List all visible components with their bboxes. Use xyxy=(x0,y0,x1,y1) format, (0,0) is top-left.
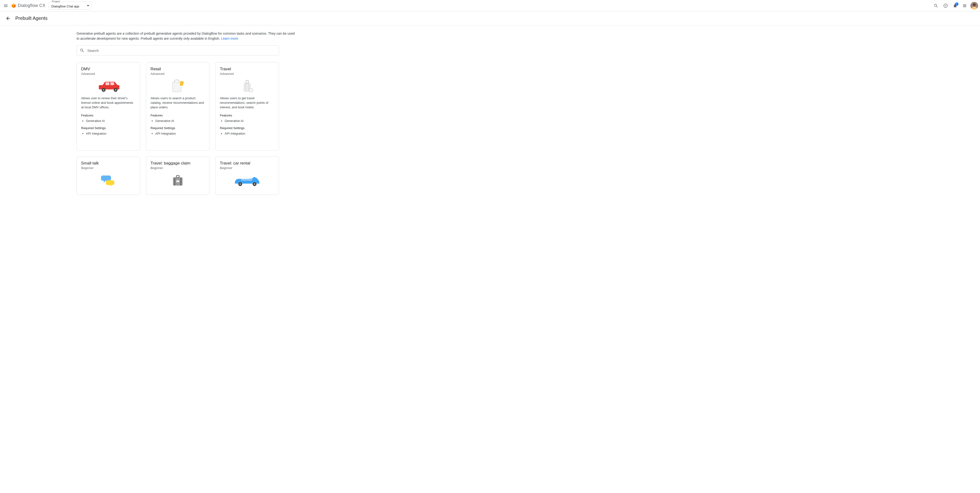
agent-card-title: Small talk xyxy=(81,161,136,166)
required-setting-item: API Integration xyxy=(86,131,136,136)
avatar-icon xyxy=(970,2,978,10)
svg-point-13 xyxy=(115,89,116,90)
notifications-button[interactable]: 1 xyxy=(950,1,960,11)
svg-point-27 xyxy=(240,183,241,185)
feature-item: Generative AI xyxy=(86,119,136,124)
main-content: Generative prebuilt agents are a collect… xyxy=(72,25,359,204)
arrow-left-icon xyxy=(5,16,11,21)
svg-marker-15 xyxy=(180,81,184,86)
svg-rect-25 xyxy=(177,180,179,182)
intro-paragraph: Generative prebuilt agents are a collect… xyxy=(76,31,297,41)
car-blue-illustration xyxy=(220,173,274,187)
features-label: Features xyxy=(151,114,205,117)
agent-card[interactable]: RetailAdvanced Allows users to search a … xyxy=(146,62,210,151)
shopping-bag-illustration xyxy=(151,78,205,93)
product-logo[interactable]: Dialogflow CX xyxy=(11,3,45,8)
required-settings-list: API Integration xyxy=(220,131,274,136)
luggage-illustration xyxy=(220,78,274,93)
project-selector[interactable]: Project Dialogflow Chat app xyxy=(49,2,91,10)
features-label: Features xyxy=(220,114,274,117)
svg-point-29 xyxy=(254,183,255,185)
car-red-illustration xyxy=(81,78,136,93)
search-input[interactable] xyxy=(88,49,276,52)
learn-more-link[interactable]: Learn more xyxy=(221,36,238,40)
feature-item: Generative AI xyxy=(155,119,205,124)
features-label: Features xyxy=(81,114,136,117)
svg-rect-23 xyxy=(180,178,181,185)
menu-icon[interactable] xyxy=(3,3,9,9)
account-avatar[interactable] xyxy=(970,2,978,10)
back-button[interactable] xyxy=(5,15,11,22)
svg-rect-22 xyxy=(174,178,175,185)
project-selector-value: Dialogflow Chat app xyxy=(51,5,83,8)
agent-card[interactable]: Small talkBeginner xyxy=(76,156,140,195)
required-setting-item: API Integration xyxy=(155,131,205,136)
dialogflow-logo-icon xyxy=(11,3,16,8)
chat-bubbles-illustration xyxy=(81,173,136,187)
agent-card-title: Travel xyxy=(220,67,274,71)
required-settings-label: Required Settings xyxy=(151,126,205,130)
required-settings-label: Required Settings xyxy=(81,126,136,130)
agent-card-title: Travel: car rental xyxy=(220,161,274,166)
agent-card-description: Allows users to search a product catalog… xyxy=(151,96,205,110)
apps-button[interactable] xyxy=(960,1,969,11)
search-button[interactable] xyxy=(931,1,941,11)
agent-card-level: Advanced xyxy=(151,72,205,76)
intro-text: Generative prebuilt agents are a collect… xyxy=(76,32,295,40)
feature-item: Generative AI xyxy=(225,119,274,124)
subheader: Prebuilt Agents xyxy=(0,11,980,25)
project-selector-label: Project xyxy=(51,0,61,3)
chevron-down-icon xyxy=(87,5,89,6)
apps-grid-icon xyxy=(963,3,967,8)
help-button[interactable] xyxy=(941,1,950,11)
search-field-container[interactable] xyxy=(76,46,279,55)
svg-rect-24 xyxy=(177,176,179,178)
page-title: Prebuilt Agents xyxy=(15,16,48,21)
search-icon xyxy=(934,3,939,8)
svg-rect-20 xyxy=(249,89,253,92)
agent-card[interactable]: Travel: car rentalBeginner xyxy=(215,156,279,195)
required-settings-list: API Integration xyxy=(81,131,136,136)
svg-point-11 xyxy=(103,89,104,90)
agent-card-level: Advanced xyxy=(81,72,136,76)
suitcase-illustration xyxy=(151,173,205,187)
features-list: Generative AI xyxy=(220,119,274,124)
svg-rect-9 xyxy=(110,82,114,85)
svg-rect-17 xyxy=(246,80,248,83)
agent-card[interactable]: Travel: baggage claimBeginner xyxy=(146,156,210,195)
search-icon xyxy=(80,48,84,53)
agent-card-description: Allows user to renew their driver's lice… xyxy=(81,96,136,110)
svg-point-6 xyxy=(973,4,975,6)
required-settings-label: Required Settings xyxy=(220,126,274,130)
agent-card[interactable]: TravelAdvanced Allows users to get trave… xyxy=(215,62,279,151)
required-settings-list: API Integration xyxy=(151,131,205,136)
agent-card-description: Allows users to get travel recommendatio… xyxy=(220,96,274,110)
help-icon xyxy=(943,3,948,8)
appbar: Dialogflow CX Project Dialogflow Chat ap… xyxy=(0,0,980,11)
agent-card-level: Advanced xyxy=(220,72,274,76)
agent-card[interactable]: DMVAdvanced Allows user to renew their d… xyxy=(76,62,140,151)
agent-card-level: Beginner xyxy=(220,166,274,170)
svg-rect-18 xyxy=(245,84,246,90)
notification-count-badge: 1 xyxy=(955,2,958,6)
svg-rect-8 xyxy=(105,82,109,85)
agent-card-grid: DMVAdvanced Allows user to renew their d… xyxy=(76,62,279,195)
features-list: Generative AI xyxy=(151,119,205,124)
agent-card-title: Travel: baggage claim xyxy=(151,161,205,166)
agent-card-level: Beginner xyxy=(151,166,205,170)
agent-card-title: DMV xyxy=(81,67,136,71)
required-setting-item: API Integration xyxy=(225,131,274,136)
agent-card-title: Retail xyxy=(151,67,205,71)
svg-rect-14 xyxy=(172,82,181,92)
features-list: Generative AI xyxy=(81,119,136,124)
agent-card-level: Beginner xyxy=(81,166,136,170)
product-name: Dialogflow CX xyxy=(18,3,45,8)
svg-rect-19 xyxy=(248,84,249,90)
